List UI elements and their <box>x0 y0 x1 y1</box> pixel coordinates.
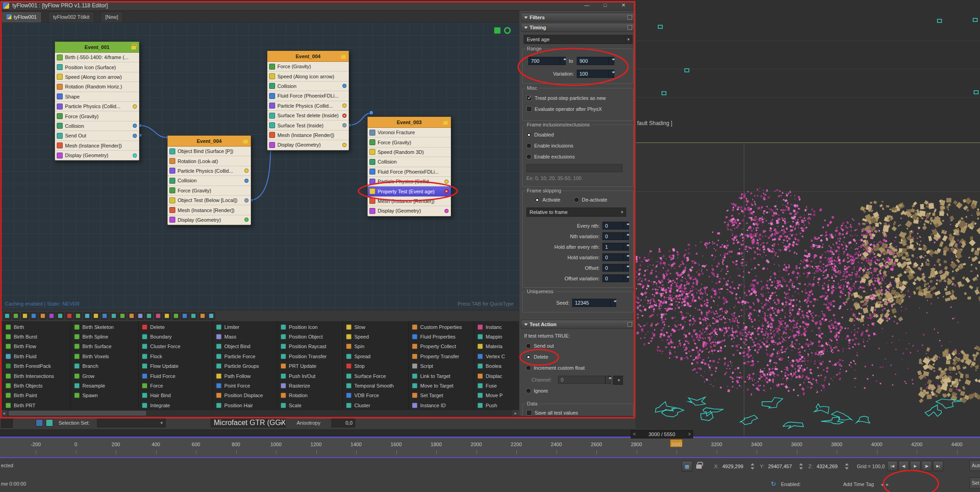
depot-operator-spin[interactable]: Spin <box>346 342 408 351</box>
checkbox-box[interactable] <box>526 95 532 101</box>
depot-operator-mappin[interactable]: Mappin <box>477 332 519 341</box>
operator-row[interactable]: Shape <box>55 92 139 102</box>
depot-hscrollbar[interactable]: ◂ ▸ <box>0 410 519 416</box>
depot-operator-birth-objects[interactable]: Birth Objects <box>5 381 70 390</box>
toolbar-operator-icon[interactable] <box>207 312 215 320</box>
radio-circle[interactable] <box>535 197 540 202</box>
radio-circle[interactable] <box>526 344 531 349</box>
depot-operator-birth-intersections[interactable]: Birth Intersections <box>5 371 70 381</box>
operator-row[interactable]: Mesh (Instance [Render]) <box>267 131 349 140</box>
disabled-radio[interactable]: Disabled <box>526 132 554 137</box>
spinner[interactable] <box>605 376 611 383</box>
operator-row[interactable]: Particle Physics (Collid... <box>368 177 451 186</box>
toolbar-operator-icon[interactable] <box>101 312 108 320</box>
x-coord-value[interactable]: 4929,299 <box>722 464 743 469</box>
connector-dot[interactable] <box>133 104 137 109</box>
depot-operator-cluster[interactable]: Cluster <box>346 400 408 410</box>
operator-row[interactable]: Property Test (Event age)✕ <box>368 186 451 196</box>
event-node-event_001[interactable]: Event_001Birth (-550-1400: 4/frame (...P… <box>54 41 140 161</box>
enable-inclusions-radio[interactable]: Enable inclusions <box>526 143 574 148</box>
scroll-thumb[interactable] <box>9 411 146 415</box>
toolbar-operator-icon[interactable] <box>199 312 206 320</box>
depot-operator-mass[interactable]: Mass <box>216 332 277 341</box>
spinner[interactable] <box>623 233 628 240</box>
3dsmax-viewport[interactable] <box>635 0 980 438</box>
spinner[interactable] <box>623 254 628 261</box>
toolbar-operator-icon[interactable] <box>83 312 91 320</box>
operator-row[interactable]: Fluid Force (PhoenixFDLi... <box>368 167 451 177</box>
toolbar-operator-icon[interactable] <box>172 312 180 320</box>
spinner[interactable] <box>608 57 614 65</box>
rollout-collapse-icon[interactable] <box>628 15 632 20</box>
relative-to-frame-dropdown[interactable]: Relative to frame▼ <box>526 208 626 217</box>
next-frame-button[interactable]: |▶ <box>921 461 932 471</box>
deactivate-radio[interactable]: De-activate <box>574 197 607 202</box>
toolbar-operator-icon[interactable] <box>74 312 82 320</box>
add-time-tag-label[interactable]: Add Time Tag <box>843 481 874 487</box>
inclusions-list-input[interactable] <box>526 164 623 172</box>
toolbar-operator-icon[interactable] <box>48 312 55 320</box>
depot-operator-surface-force[interactable]: Surface Force <box>346 371 408 381</box>
depot-operator-speed[interactable]: Speed <box>346 332 408 341</box>
operator-row[interactable]: Collision <box>368 157 451 167</box>
radio-circle[interactable] <box>526 388 531 394</box>
frame-nudge-next[interactable]: ▸ <box>886 481 889 487</box>
radio-circle[interactable] <box>526 355 531 360</box>
depot-operator-move-to-target[interactable]: Move to Target <box>412 381 474 390</box>
spinner[interactable] <box>623 243 628 250</box>
depot-operator-particle-force[interactable]: Particle Force <box>216 351 277 361</box>
channel-field[interactable]: 0 <box>558 376 611 384</box>
spinner[interactable] <box>608 70 614 77</box>
depot-operator-spread[interactable]: Spread <box>346 351 408 361</box>
node-header[interactable]: Event_003 <box>368 117 451 128</box>
depot-operator-rasterize[interactable]: Rasterize <box>281 381 342 390</box>
depot-operator-boundary[interactable]: Boundary <box>142 332 212 341</box>
depot-operator-stop[interactable]: Stop <box>346 361 408 371</box>
enable-exclusions-radio[interactable]: Enable exclusions <box>526 154 575 159</box>
close-button[interactable]: ✕ <box>615 0 632 10</box>
depot-operator-path-follow[interactable]: Path Follow <box>216 371 277 381</box>
connector-dot[interactable] <box>342 123 347 127</box>
depot-operator-force[interactable]: Force <box>142 381 212 390</box>
spinner[interactable] <box>623 264 628 271</box>
depot-operator-birth-prt[interactable]: Birth PRT <box>5 400 70 410</box>
operator-row[interactable]: Position Icon (Surface) <box>55 62 139 72</box>
operator-row[interactable]: Force (Gravity) <box>55 111 139 121</box>
depot-operator-property-transfer[interactable]: Property Transfer <box>412 351 474 361</box>
scroll-right-arrow[interactable]: ▸ <box>512 410 519 416</box>
refresh-icon[interactable]: ↻ <box>771 480 776 487</box>
go-to-start-button[interactable]: |◀ <box>887 461 898 471</box>
depot-operator-push[interactable]: Push <box>477 400 519 410</box>
depot-operator-flock[interactable]: Flock <box>142 351 212 361</box>
radio-circle[interactable] <box>526 366 531 371</box>
operator-row[interactable]: Object Test (Below [Local]) <box>168 196 251 205</box>
send-out-radio[interactable]: Send out <box>526 343 554 349</box>
radio-circle[interactable] <box>526 132 531 137</box>
depot-operator-fuse[interactable]: Fuse <box>477 381 519 390</box>
depot-operator-birth-surface[interactable]: Birth Surface <box>74 342 138 351</box>
event-node-event_004[interactable]: Event_004Force (Gravity)Speed (Along ico… <box>267 50 349 151</box>
depot-operator-property-collect[interactable]: Property Collect <box>412 342 474 351</box>
seed-field[interactable]: 12345 <box>572 299 616 307</box>
tab-new[interactable]: [New] <box>100 11 123 23</box>
depot-operator-cluster-force[interactable]: Cluster Force <box>142 342 212 351</box>
variation-field[interactable]: 100 <box>577 70 614 78</box>
operator-row[interactable]: Birth (-550-1400: 4/frame (... <box>55 53 139 62</box>
spinner[interactable] <box>623 222 628 229</box>
depot-operator-resample[interactable]: Resample <box>74 381 138 390</box>
depot-operator-position-object[interactable]: Position Object <box>281 332 342 341</box>
ignore-radio[interactable]: Ignore <box>526 388 548 394</box>
depot-operator-birth-burst[interactable]: Birth Burst <box>5 332 70 341</box>
depot-operator-birth-voxels[interactable]: Birth Voxels <box>74 351 138 361</box>
toolbar-operator-icon[interactable] <box>39 312 47 320</box>
operator-row[interactable]: Particle Physics (Collid... <box>267 101 349 111</box>
operator-row[interactable]: Surface Test delete (Inside)✕ <box>267 111 349 120</box>
toolbar-operator-icon[interactable] <box>190 312 197 320</box>
depot-operator-position-transfer[interactable]: Position Transfer <box>281 351 342 361</box>
connector-dot[interactable] <box>342 104 347 108</box>
time-slider-display[interactable]: < 3000 / 5550 > <box>631 430 693 438</box>
depot-operator-fluid-force[interactable]: Fluid Force <box>142 371 212 381</box>
rollout-timing[interactable]: Timing <box>521 23 635 32</box>
toolbar-operator-icon[interactable] <box>3 312 11 320</box>
connector-dot[interactable] <box>244 169 249 173</box>
